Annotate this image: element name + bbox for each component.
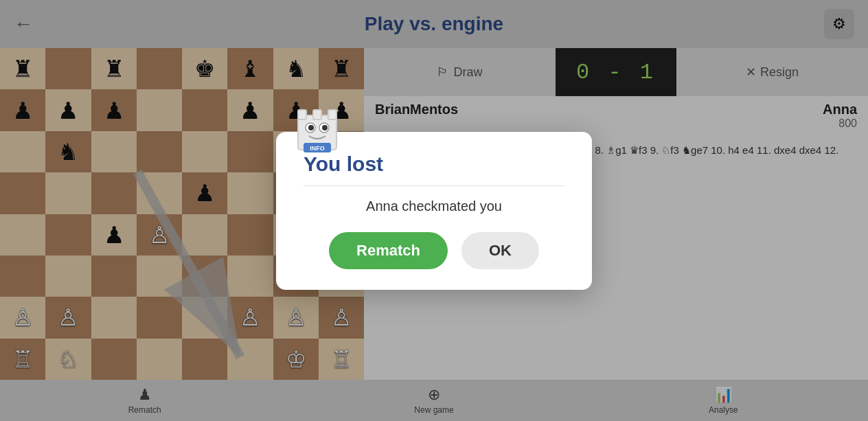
svg-rect-4 [313, 110, 321, 120]
mascot-container: INFO [293, 102, 342, 159]
svg-text:INFO: INFO [310, 145, 325, 152]
svg-rect-3 [298, 110, 306, 120]
svg-point-9 [322, 125, 328, 130]
dialog-buttons: Rematch OK [304, 232, 564, 269]
svg-rect-5 [328, 110, 336, 120]
castle-mascot-icon: INFO [293, 102, 342, 157]
dialog-overlay: INFO You lost Anna checkmated you Rematc… [0, 0, 868, 421]
svg-point-8 [308, 125, 314, 130]
dialog-message: Anna checkmated you [304, 198, 564, 214]
rematch-button[interactable]: Rematch [329, 232, 448, 269]
dialog-title: You lost [304, 152, 564, 186]
dialog: INFO You lost Anna checkmated you Rematc… [276, 132, 592, 290]
ok-button[interactable]: OK [461, 232, 539, 269]
